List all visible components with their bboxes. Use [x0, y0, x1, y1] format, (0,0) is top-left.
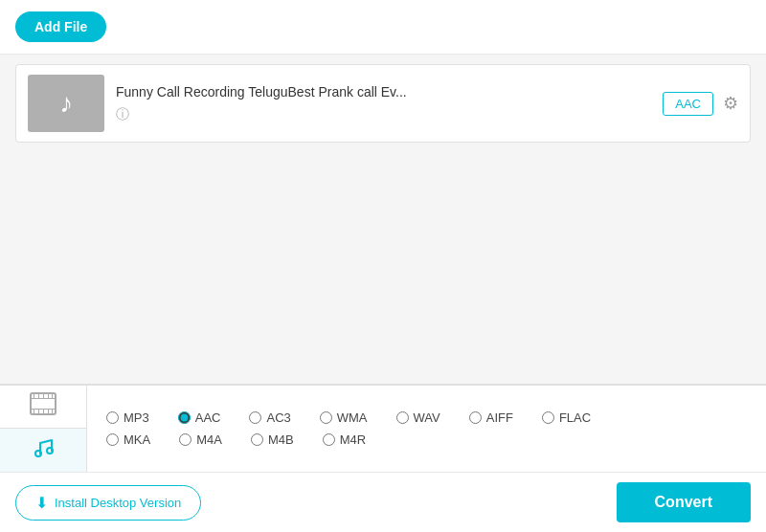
- format-option-m4a[interactable]: M4A: [179, 432, 222, 447]
- settings-icon[interactable]: ⚙: [723, 93, 738, 114]
- svg-point-14: [47, 448, 53, 454]
- format-option-mp3[interactable]: MP3: [106, 410, 149, 425]
- svg-rect-8: [34, 410, 34, 414]
- format-option-mka[interactable]: MKA: [106, 432, 150, 447]
- file-thumbnail: ♪: [28, 75, 104, 132]
- add-file-button[interactable]: Add File: [15, 11, 106, 42]
- media-type-tabs: [0, 386, 87, 472]
- audio-tab-icon: [31, 435, 56, 466]
- video-tab-icon: [30, 392, 56, 421]
- format-row-1: MP3 AAC AC3 WMA WAV: [106, 410, 591, 425]
- file-info: Funny Call Recording TeluguBest Prank ca…: [116, 84, 651, 123]
- music-thumbnail-icon: ♪: [59, 88, 73, 119]
- format-selector: MP3 AAC AC3 WMA WAV: [0, 386, 766, 473]
- top-bar: Add File: [0, 0, 766, 55]
- format-option-ac3[interactable]: AC3: [249, 410, 290, 425]
- format-options: MP3 AAC AC3 WMA WAV: [87, 401, 610, 456]
- svg-rect-7: [52, 393, 53, 398]
- format-radio-flac[interactable]: [542, 411, 554, 424]
- main-content: ♪ Funny Call Recording TeluguBest Prank …: [0, 55, 766, 384]
- svg-rect-5: [43, 393, 44, 398]
- format-radio-wav[interactable]: [396, 411, 409, 424]
- format-label-flac: FLAC: [559, 410, 591, 425]
- file-item: ♪ Funny Call Recording TeluguBest Prank …: [15, 64, 751, 143]
- format-label-mka: MKA: [124, 432, 150, 447]
- format-option-flac[interactable]: FLAC: [542, 410, 591, 425]
- svg-rect-6: [48, 393, 49, 398]
- format-label-ac3: AC3: [266, 410, 290, 425]
- audio-tab[interactable]: [0, 429, 86, 472]
- format-badge[interactable]: AAC: [663, 92, 713, 116]
- format-option-wma[interactable]: WMA: [320, 410, 368, 425]
- format-option-m4b[interactable]: M4B: [251, 432, 294, 447]
- action-bar: ⬇ Install Desktop Version Convert: [0, 473, 766, 532]
- format-radio-aiff[interactable]: [469, 411, 482, 424]
- svg-rect-1: [31, 398, 56, 399]
- format-row-2: MKA M4A M4B M4R: [106, 432, 591, 447]
- format-radio-m4a[interactable]: [179, 433, 192, 446]
- svg-point-13: [35, 451, 41, 456]
- format-label-m4r: M4R: [340, 432, 366, 447]
- svg-rect-4: [38, 393, 39, 398]
- info-icon[interactable]: ⓘ: [116, 106, 129, 122]
- format-label-wma: WMA: [337, 410, 368, 425]
- format-radio-m4b[interactable]: [251, 433, 263, 446]
- file-actions: AAC ⚙: [663, 92, 738, 116]
- svg-rect-2: [31, 409, 56, 410]
- format-option-wav[interactable]: WAV: [396, 410, 440, 425]
- svg-rect-3: [34, 393, 34, 398]
- svg-rect-11: [48, 410, 49, 414]
- format-radio-mp3[interactable]: [106, 411, 119, 424]
- format-label-aiff: AIFF: [486, 410, 513, 425]
- bottom-panel: MP3 AAC AC3 WMA WAV: [0, 384, 766, 532]
- svg-rect-9: [38, 410, 39, 414]
- install-button[interactable]: ⬇ Install Desktop Version: [15, 485, 201, 521]
- format-option-m4r[interactable]: M4R: [323, 432, 366, 447]
- install-label: Install Desktop Version: [55, 496, 181, 510]
- format-radio-aac[interactable]: [178, 411, 191, 424]
- svg-rect-12: [52, 410, 53, 414]
- format-option-aac[interactable]: AAC: [178, 410, 221, 425]
- format-radio-wma[interactable]: [320, 411, 332, 424]
- format-option-aiff[interactable]: AIFF: [469, 410, 513, 425]
- format-label-m4b: M4B: [268, 432, 294, 447]
- format-label-aac: AAC: [195, 410, 221, 425]
- format-radio-m4r[interactable]: [323, 433, 335, 446]
- convert-button[interactable]: Convert: [617, 482, 751, 522]
- download-icon: ⬇: [35, 494, 48, 512]
- svg-rect-10: [43, 410, 44, 414]
- format-label-m4a: M4A: [196, 432, 222, 447]
- format-label-wav: WAV: [414, 410, 440, 425]
- format-radio-mka[interactable]: [106, 433, 119, 446]
- format-radio-ac3[interactable]: [249, 411, 261, 424]
- file-name: Funny Call Recording TeluguBest Prank ca…: [116, 84, 651, 100]
- format-label-mp3: MP3: [124, 410, 149, 425]
- video-tab[interactable]: [0, 386, 86, 429]
